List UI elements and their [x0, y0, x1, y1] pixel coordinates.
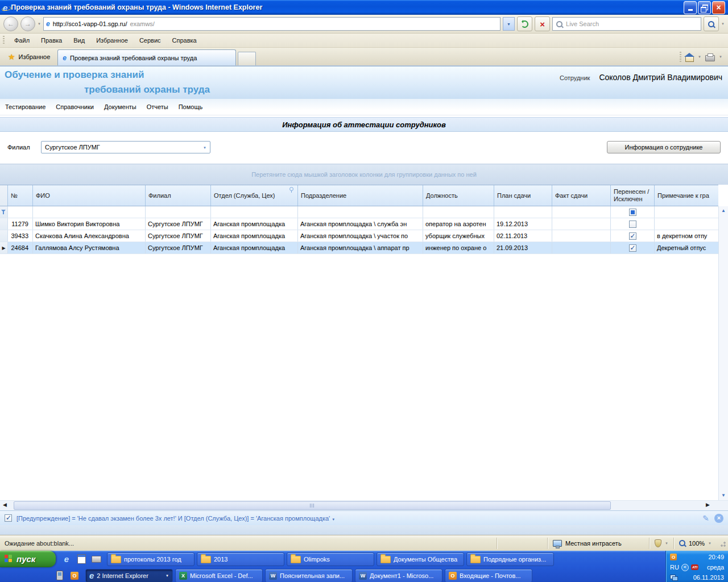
column-header-fio[interactable]: ФИО [33, 185, 146, 206]
edit-filter-icon[interactable]: ✎ [702, 514, 709, 522]
quick-launch-2: O [0, 571, 85, 581]
tray-clock[interactable]: 20:49 [708, 554, 724, 560]
menu-tools[interactable]: Сервис [134, 35, 166, 45]
protected-mode[interactable]: ▼ [649, 538, 673, 549]
filter-cell-fakt[interactable] [552, 206, 611, 218]
scroll-left-icon[interactable]: ◀ [3, 502, 7, 508]
perenesen-checkbox[interactable] [629, 244, 636, 252]
scroll-down-icon[interactable]: ▼ [721, 493, 726, 498]
taskbar-button-ie-group[interactable]: e 2 Internet Explorer ▼ [85, 569, 173, 582]
horizontal-scrollbar-thumb[interactable] [14, 501, 611, 510]
taskbar-button-folder2[interactable]: 2013 [197, 552, 284, 566]
nav-testing[interactable]: Тестирование [5, 103, 46, 110]
zoom-control[interactable]: 100% ▼ [673, 538, 717, 549]
refresh-button[interactable] [517, 16, 532, 31]
perenesen-checkbox[interactable] [629, 232, 636, 240]
menu-file[interactable]: Файл [9, 35, 35, 45]
nav-documents[interactable]: Документы [104, 103, 136, 110]
taskbar-button-word1[interactable]: W Пояснительная запи... [265, 569, 353, 582]
address-dropdown-button[interactable]: ▼ [503, 17, 515, 31]
nav-help[interactable]: Помощь [179, 103, 203, 110]
outlook-quicklaunch-icon[interactable]: O [69, 571, 80, 581]
search-input[interactable]: Live Search [552, 17, 701, 31]
scroll-right-icon[interactable]: ▶ [706, 502, 710, 508]
hide-icons-chevron-icon[interactable]: < [681, 564, 689, 571]
ati-tray-icon[interactable]: ATI [691, 564, 698, 570]
column-header-dolzhnost[interactable]: Должность [423, 185, 494, 206]
table-row[interactable]: ▶ 39433 Скачкова Алина Александровна Сур… [0, 230, 718, 242]
filter-cell-dolzhnost[interactable] [423, 206, 494, 218]
filter-cell-filial[interactable] [146, 206, 211, 218]
column-header-filial[interactable]: Филиал [146, 185, 211, 206]
history-dropdown-icon[interactable]: ▼ [38, 22, 41, 26]
column-header-perenesen[interactable]: Перенесен /Исключен [611, 185, 655, 206]
new-tab-stub[interactable] [238, 52, 256, 65]
filter-expression-text[interactable]: [Предупреждение] = 'Не сдавал экзамен бо… [16, 515, 335, 522]
nav-reports[interactable]: Отчеты [147, 103, 168, 110]
restore-button[interactable] [698, 1, 711, 14]
document-icon[interactable] [76, 554, 86, 564]
menu-edit[interactable]: Правка [36, 35, 67, 45]
taskbar-button-folder5[interactable]: Подрядные организ... [466, 552, 554, 566]
column-header-podrazdelenie[interactable]: Подразделение [298, 185, 423, 206]
column-header-otdel[interactable]: Отдел (Служба, Цех) [211, 185, 298, 206]
filter-cell-num[interactable] [8, 206, 33, 218]
filter-enabled-checkbox[interactable] [5, 514, 12, 522]
print-dropdown-icon[interactable]: ▼ [719, 55, 722, 59]
tab-active[interactable]: e Проверка знаний требований охраны труд… [57, 49, 236, 65]
home-icon[interactable] [685, 56, 694, 62]
column-header-plan-sdachi[interactable]: План сдачи [494, 185, 552, 206]
table-row[interactable]: ▶ 24684 Галлямова Алсу Рустямовна Сургут… [0, 242, 718, 254]
ie-quicklaunch-icon[interactable]: e [61, 554, 72, 564]
filter-cell-plan[interactable] [494, 206, 552, 218]
menu-view[interactable]: Вид [68, 35, 90, 45]
minimize-button[interactable] [684, 1, 697, 14]
horizontal-scrollbar[interactable]: ◀ ▶ [0, 500, 728, 510]
search-options-icon[interactable]: ▼ [721, 22, 725, 26]
stop-button[interactable]: × [535, 16, 550, 31]
network-icon[interactable] [670, 575, 678, 581]
filter-dropdown-icon[interactable]: ▼ [332, 518, 335, 521]
vertical-scrollbar[interactable]: ▲ ▼ [718, 206, 728, 500]
taskbar-button-word2[interactable]: W Документ1 - Microso... [355, 569, 442, 582]
filter-cell-primechanie[interactable] [655, 206, 718, 218]
language-indicator[interactable]: RU [670, 564, 679, 571]
forward-button[interactable]: → [20, 16, 35, 31]
close-button[interactable]: × [712, 1, 725, 14]
column-header-num[interactable]: № [8, 185, 33, 206]
filter-cell-perenesen[interactable] [611, 206, 655, 218]
address-input[interactable]: e http://sco1-vapp-01.sgp.ru/ examws/ [43, 17, 500, 31]
nav-directories[interactable]: Справочники [56, 103, 94, 110]
menu-help[interactable]: Справка [167, 35, 202, 45]
table-row[interactable]: ▶ 11279 Шимко Виктория Викторовна Сургут… [0, 218, 718, 230]
home-dropdown-icon[interactable]: ▼ [698, 55, 701, 59]
back-button[interactable]: ← [3, 16, 18, 31]
column-header-fakt-sdachi[interactable]: Факт сдачи [552, 185, 611, 206]
taskbar-button-excel[interactable]: X Microsoft Excel - Def... [175, 569, 263, 582]
mobile-icon[interactable] [55, 571, 65, 581]
search-go-button[interactable] [704, 16, 719, 31]
employee-info-button[interactable]: Информация о сотруднике [607, 141, 721, 153]
printer-quicklaunch-icon[interactable] [91, 554, 101, 564]
clear-filter-icon[interactable]: × [714, 514, 723, 523]
printer-icon[interactable] [705, 55, 715, 61]
scroll-up-icon[interactable]: ▲ [721, 209, 726, 213]
filter-checkbox[interactable] [629, 209, 636, 216]
menu-favorites[interactable]: Избранное [91, 35, 133, 45]
favorites-button[interactable]: ★ Избранное [2, 49, 56, 64]
outlook-tray-icon[interactable]: O [670, 554, 677, 560]
taskbar-button-folder1[interactable]: протоколы 2013 год [107, 552, 195, 566]
taskbar-button-folder4[interactable]: Документы Общества [377, 552, 464, 566]
taskbar-button-outlook[interactable]: O Входящие - Почтов... [445, 569, 532, 582]
filter-cell-fio[interactable] [33, 206, 146, 218]
start-button[interactable]: пуск [0, 551, 56, 567]
taskbar-button-folder3[interactable]: Olimpoks [287, 552, 374, 566]
filter-cell-otdel[interactable] [211, 206, 298, 218]
column-header-primechanie[interactable]: Примечание к гра [655, 185, 718, 206]
filial-select[interactable]: Сургутское ЛПУМГ ▼ [41, 141, 210, 153]
perenesen-checkbox[interactable] [629, 221, 636, 228]
tab-title: Проверка знаний требований охраны труда [70, 55, 197, 61]
group-by-panel[interactable]: Перетяните сюда мышкой заголовок колонки… [0, 164, 728, 185]
filter-cell-podrazdelenie[interactable] [298, 206, 423, 218]
quick-launch: e [56, 554, 107, 564]
